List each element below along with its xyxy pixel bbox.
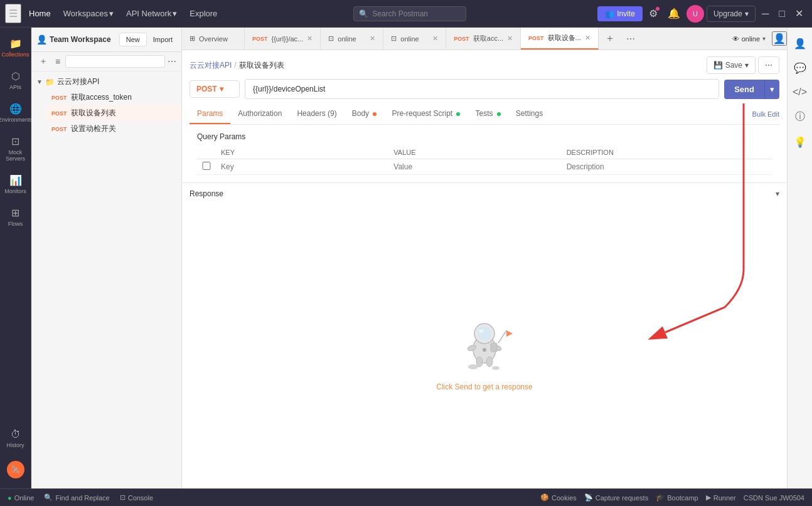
cookies-button[interactable]: 🍪 Cookies <box>540 493 577 502</box>
import-button[interactable]: Import <box>149 33 176 46</box>
query-params-title: Query Params <box>197 132 772 141</box>
tree-child-2[interactable]: POST 设置动检开关 <box>46 121 181 137</box>
tab-online-2[interactable]: ⊡ online ✕ <box>383 28 446 50</box>
tab-close-0[interactable]: ✕ <box>307 34 313 43</box>
sidebar-item-monitors[interactable]: 📊 Monitors <box>0 169 31 199</box>
request-tabs: Params Authorization Headers (9) Body Pr… <box>190 104 779 125</box>
new-button[interactable]: New <box>119 33 147 46</box>
param-desc-input[interactable] <box>567 162 729 171</box>
close-icon[interactable]: ✕ <box>791 5 807 22</box>
tree-root-item[interactable]: ▼ 📁 云云对接API <box>31 74 181 90</box>
right-icon-comment[interactable]: 💬 <box>789 57 811 79</box>
svg-line-8 <box>498 330 506 343</box>
tab-online-1[interactable]: ⊡ online ✕ <box>321 28 383 50</box>
bootcamp-button[interactable]: 🎓 Bootcamp <box>656 493 698 502</box>
profile-icon[interactable]: 👤 <box>772 31 787 46</box>
right-sidebar: 👤 💬 </> ⓘ 💡 <box>787 28 812 488</box>
collection-tree: ▼ 📁 云云对接API POST 获取access_token POST 获取设… <box>31 71 181 488</box>
invite-button[interactable]: 👥 Invite <box>597 6 643 21</box>
panel-header: 👤 Team Workspace New Import <box>31 28 181 52</box>
breadcrumb-current: 获取设备列表 <box>239 60 284 71</box>
notifications-icon[interactable]: 🔔 <box>664 5 684 22</box>
sidebar-item-apis[interactable]: ⬡ APIs <box>0 65 31 95</box>
req-tab-pre-request[interactable]: Pre-request Script <box>384 104 467 124</box>
svg-point-13 <box>483 348 486 352</box>
collection-more-icon[interactable]: ⋯ <box>168 56 176 66</box>
sidebar-item-mock-servers[interactable]: ⊡ Mock Servers <box>0 130 31 167</box>
console-icon: ⊡ <box>120 493 126 502</box>
req-tab-body[interactable]: Body <box>345 104 385 124</box>
right-icon-code[interactable]: </> <box>788 82 812 103</box>
tree-child-0[interactable]: POST 获取access_token <box>46 90 181 105</box>
tab-close-1[interactable]: ✕ <box>370 34 375 43</box>
tree-child-1[interactable]: POST 获取设备列表 <box>46 105 181 121</box>
sidebar-item-history[interactable]: ⏱ History <box>0 424 31 453</box>
satellite-icon[interactable]: 🛰 <box>4 456 27 483</box>
runner-button[interactable]: ▶ Runner <box>706 493 736 502</box>
param-checkbox[interactable] <box>202 162 211 170</box>
tree-children: POST 获取access_token POST 获取设备列表 POST 设置动… <box>31 90 181 137</box>
post-badge-0: POST <box>51 95 67 101</box>
menu-icon[interactable]: ☰ <box>5 4 21 23</box>
tab-close-2[interactable]: ✕ <box>432 34 438 43</box>
online-dot: ● <box>8 494 12 502</box>
svg-point-10 <box>468 364 478 369</box>
workspaces-nav[interactable]: Workspaces ▾ <box>58 6 119 21</box>
tab-close-3[interactable]: ✕ <box>507 34 513 43</box>
collection-search[interactable] <box>65 55 165 68</box>
status-online[interactable]: ● Online <box>8 494 34 502</box>
tab-more-button[interactable]: ⋯ <box>621 34 640 44</box>
req-tab-settings[interactable]: Settings <box>508 104 550 124</box>
tab-close-4[interactable]: ✕ <box>585 34 590 42</box>
sort-icon[interactable]: ≡ <box>53 55 63 68</box>
method-label: POST <box>196 85 217 93</box>
sidebar-item-environments[interactable]: 🌐 Environments <box>0 98 31 128</box>
maximize-icon[interactable]: □ <box>775 6 789 22</box>
request-more-button[interactable]: ⋯ <box>758 56 779 74</box>
sidebar-item-flows[interactable]: ⊞ Flows <box>0 202 31 232</box>
env-chevron: ▾ <box>762 35 766 42</box>
req-tab-params[interactable]: Params <box>190 104 230 124</box>
req-tab-authorization[interactable]: Authorization <box>230 104 289 124</box>
tab-overview[interactable]: ⊞ Overview <box>182 28 245 50</box>
response-title: Response <box>190 189 776 198</box>
url-input[interactable] <box>245 79 719 99</box>
save-button[interactable]: 💾 Save ▾ <box>707 56 756 74</box>
right-icon-user[interactable]: 👤 <box>789 33 811 55</box>
console-button[interactable]: ⊡ Console <box>120 493 153 502</box>
tab-add-button[interactable]: ＋ <box>599 32 621 45</box>
right-icon-bulb[interactable]: 💡 <box>789 131 811 153</box>
bulk-edit-button[interactable]: Bulk Edit <box>752 110 779 118</box>
request-area: 云云对接API / 获取设备列表 💾 Save ▾ ⋯ POST ▾ Se <box>182 50 787 182</box>
search-bar[interactable]: 🔍 Search Postman <box>353 6 466 21</box>
right-icon-info[interactable]: ⓘ <box>790 105 810 129</box>
req-tab-tests[interactable]: Tests <box>467 104 508 124</box>
param-key-input[interactable] <box>221 162 383 171</box>
workspace-icon: 👤 <box>36 34 47 45</box>
param-value-input[interactable] <box>393 162 556 171</box>
tab-post-url[interactable]: POST {{url}}/ac... ✕ <box>245 28 321 50</box>
tab-post-acc[interactable]: POST 获取acc... ✕ <box>446 28 521 50</box>
find-replace-button[interactable]: 🔍 Find and Replace <box>44 493 109 502</box>
method-select[interactable]: POST ▾ <box>190 80 240 98</box>
send-dropdown-button[interactable]: ▾ <box>764 80 779 99</box>
response-header[interactable]: Response ▾ <box>182 183 787 204</box>
sidebar-item-collections[interactable]: 📁 Collections <box>0 33 31 63</box>
send-button[interactable]: Send <box>724 80 764 99</box>
tab-post-device[interactable]: POST 获取设备... ✕ <box>521 28 599 50</box>
home-nav[interactable]: Home <box>24 6 56 21</box>
capture-button[interactable]: 📡 Capture requests <box>584 493 648 502</box>
explore-nav[interactable]: Explore <box>184 6 222 21</box>
minimize-icon[interactable]: ─ <box>758 6 772 22</box>
breadcrumb-root[interactable]: 云云对接API <box>190 60 232 71</box>
req-tab-headers[interactable]: Headers (9) <box>289 104 344 124</box>
add-collection-icon[interactable]: ＋ <box>36 55 50 68</box>
avatar[interactable]: U <box>686 5 704 23</box>
upgrade-button[interactable]: Upgrade ▾ <box>707 6 756 22</box>
api-network-nav[interactable]: API Network ▾ <box>121 6 182 21</box>
tab-env[interactable]: 👁 online ▾ <box>726 35 772 43</box>
settings-icon[interactable]: ⚙ <box>645 5 661 22</box>
param-row-empty <box>197 159 772 175</box>
body-dot <box>373 112 377 116</box>
svg-point-6 <box>476 357 483 367</box>
